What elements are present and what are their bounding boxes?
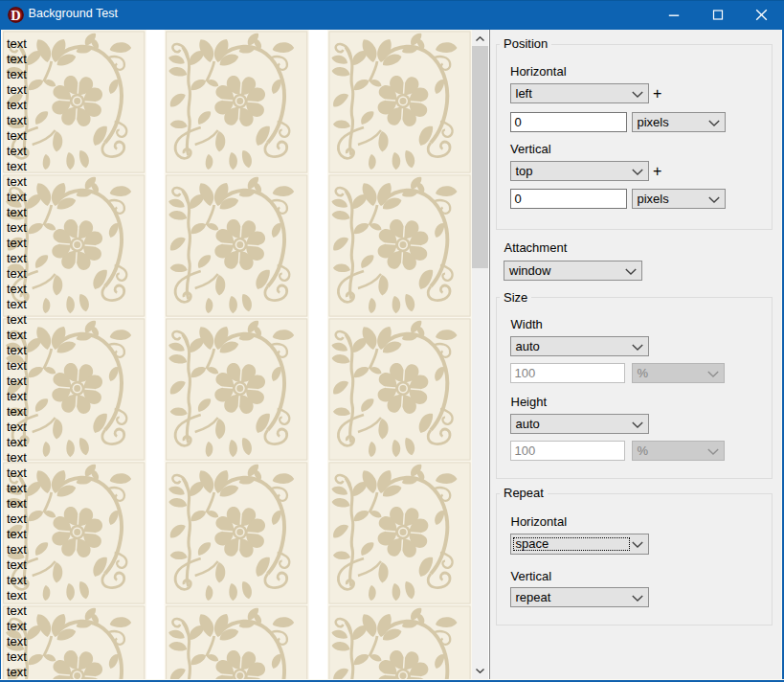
svg-text:D: D [11,8,20,23]
